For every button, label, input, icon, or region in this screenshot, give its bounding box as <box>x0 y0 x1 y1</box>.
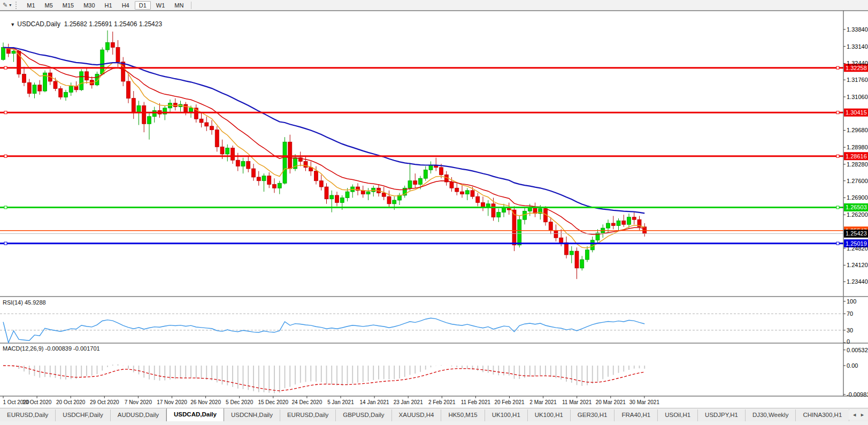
candle <box>393 200 396 204</box>
symbol-tab-dj30-weekly[interactable]: DJ30,Weekly <box>746 409 796 421</box>
candle <box>80 72 83 90</box>
candle <box>267 176 271 185</box>
candle <box>142 105 146 124</box>
timeframe-button-m15[interactable]: M15 <box>58 1 78 10</box>
date-tick-label: 26 Nov 2020 <box>190 399 221 405</box>
symbol-tab-audusd-daily[interactable]: AUDUSD,Daily <box>111 409 166 421</box>
symbol-tab-china300-h1[interactable]: CHINA300,H1 <box>796 409 849 421</box>
symbol-tab-usoil-h1[interactable]: USOil,H1 <box>658 409 698 421</box>
date-tick-label: 11 Feb 2021 <box>461 399 491 405</box>
toolbar-grip[interactable] <box>16 2 20 9</box>
price-tick-label: 1.33140 <box>847 43 868 50</box>
symbol-tab-gbpusd-daily[interactable]: GBPUSD,Daily <box>336 409 391 421</box>
candle <box>148 117 151 124</box>
candle <box>59 89 63 97</box>
date-tick-label: 20 Mar 2021 <box>596 399 626 405</box>
hline-handle[interactable] <box>836 66 839 69</box>
hline-handle[interactable] <box>4 206 7 209</box>
price-tick-label: 1.28280 <box>847 161 868 168</box>
candle <box>38 85 42 91</box>
candle <box>262 176 266 181</box>
candle <box>12 51 16 54</box>
chart-canvas[interactable]: 1.322581.304151.286161.265031.255471.250… <box>0 11 868 408</box>
candle <box>611 223 615 226</box>
timeframe-button-m5[interactable]: M5 <box>41 1 57 10</box>
candle <box>189 108 193 112</box>
date-tick-label: 11 Mar 2021 <box>562 399 592 405</box>
hline-handle[interactable] <box>4 242 7 245</box>
timeframe-button-d1[interactable]: D1 <box>135 1 151 10</box>
price-tick-label: 1.23440 <box>847 278 868 285</box>
candle <box>247 161 250 169</box>
timeframe-button-mn[interactable]: MN <box>170 1 188 10</box>
timeframe-button-m30[interactable]: M30 <box>79 1 99 10</box>
candle <box>106 42 110 50</box>
candle <box>627 217 631 225</box>
chart-background <box>0 11 868 408</box>
symbol-tab-eurusd-daily[interactable]: EURUSD,Daily <box>280 409 336 421</box>
tab-scroll-buttons: ◄ ► <box>849 410 868 420</box>
candle <box>570 251 573 255</box>
hline-handle[interactable] <box>4 111 7 114</box>
candle <box>27 82 31 93</box>
hline-handle[interactable] <box>4 155 7 157</box>
symbol-tab-uk100-h1[interactable]: UK100,H1 <box>528 409 571 421</box>
candle <box>132 98 135 113</box>
hline-handle[interactable] <box>836 242 839 245</box>
date-tick-label: 15 Dec 2020 <box>258 399 288 405</box>
timeframe-button-w1[interactable]: W1 <box>152 1 170 10</box>
hline-handle[interactable] <box>836 155 839 157</box>
rsi-tick-label: 0 <box>847 338 850 345</box>
symbol-tab-hk50-m15[interactable]: HK50,M15 <box>441 409 485 421</box>
rsi-tick-label: 100 <box>847 298 856 305</box>
candle <box>314 171 318 181</box>
candle <box>450 182 454 188</box>
candle <box>199 119 203 123</box>
chart-menu-caret-icon[interactable]: ▼ <box>10 22 15 27</box>
candle <box>471 191 474 196</box>
timeframe-button-m1[interactable]: M1 <box>22 1 39 10</box>
svg-text:1.30415: 1.30415 <box>846 109 867 116</box>
price-tick-label: 1.26200 <box>847 211 868 218</box>
hline-handle[interactable] <box>836 206 839 209</box>
chart-header: ▼USDCAD,Daily 1.25682 1.25691 1.25406 1.… <box>3 13 162 35</box>
toolbar-separator <box>191 2 191 9</box>
candle <box>241 161 245 166</box>
candle <box>226 148 229 154</box>
tab-scroll-right-icon[interactable]: ► <box>858 412 866 418</box>
price-tick-label: 1.32440 <box>847 60 868 66</box>
symbol-tab-usdcnh-daily[interactable]: USDCNH,Daily <box>224 409 280 421</box>
date-tick-label: 20 Feb 2021 <box>494 399 525 405</box>
candle <box>366 192 370 194</box>
symbol-tab-uk100-h1[interactable]: UK100,H1 <box>485 409 528 421</box>
hline-handle[interactable] <box>4 66 7 69</box>
draw-tool-caret-icon[interactable]: ▾ <box>9 3 13 7</box>
date-tick-label: 10 Oct 2020 <box>22 399 52 405</box>
symbol-tab-fra40-h1[interactable]: FRA40,H1 <box>614 409 658 421</box>
candle <box>205 123 209 126</box>
date-tick-label: 14 Jan 2021 <box>360 399 389 405</box>
candle <box>85 72 89 80</box>
tab-scroll-left-icon[interactable]: ◄ <box>850 412 858 418</box>
symbol-tab-usdcad-daily[interactable]: USDCAD,Daily <box>166 408 224 421</box>
hline-handle[interactable] <box>836 111 839 114</box>
price-tick-label: 1.31760 <box>847 77 868 83</box>
candle <box>64 92 68 97</box>
draw-tool-icon[interactable]: ✎ <box>0 2 9 9</box>
candle <box>580 260 584 268</box>
symbol-tab-usdjpy-h1[interactable]: USDJPY,H1 <box>698 409 746 421</box>
svg-text:1.26503: 1.26503 <box>846 204 867 210</box>
candle <box>387 196 391 204</box>
symbol-tab-ger30-h1[interactable]: GER30,H1 <box>571 409 615 421</box>
timeframe-button-h1[interactable]: H1 <box>101 1 117 10</box>
svg-text:1.25423: 1.25423 <box>846 230 867 237</box>
timeframe-button-h4[interactable]: H4 <box>118 1 134 10</box>
candle <box>586 250 589 260</box>
price-tick-label: 1.31060 <box>847 94 868 100</box>
symbol-tab-usdchf-daily[interactable]: USDCHF,Daily <box>56 409 110 421</box>
candle <box>455 188 459 192</box>
symbol-tab-xauusd-h4[interactable]: XAUUSD,H4 <box>392 409 442 421</box>
candle <box>288 142 292 169</box>
symbol-tab-eurusd-daily[interactable]: EURUSD,Daily <box>0 409 56 421</box>
candle <box>340 198 344 202</box>
